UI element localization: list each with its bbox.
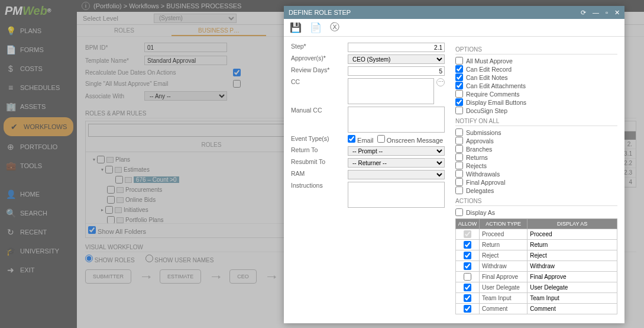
- action-type: Proceed: [480, 229, 528, 240]
- option-label: Can Edit Attachments: [466, 82, 526, 89]
- manual-cc-textarea[interactable]: [348, 107, 445, 133]
- action-row: Comment: [456, 304, 617, 314]
- option-label: Display Email Buttons: [466, 99, 526, 106]
- allow-checkbox[interactable]: [464, 284, 471, 291]
- allow-checkbox[interactable]: [464, 294, 471, 302]
- display-as-label: Display As: [466, 209, 495, 216]
- notify-checkbox[interactable]: [455, 162, 463, 169]
- option-checkbox[interactable]: [455, 107, 463, 114]
- event-type-label: Event Type(s): [291, 135, 348, 142]
- modal-title: DEFINE ROLE STEP: [289, 9, 351, 16]
- notify-label: Delegates: [466, 187, 494, 194]
- notify-header: NOTIFY ON ALL: [455, 118, 617, 126]
- modal-toolbar: 💾 📄 ⓧ: [284, 19, 624, 37]
- modal-header: DEFINE ROLE STEP ⟳ — ▫ ✕: [284, 6, 624, 19]
- action-row: Withdraw: [456, 261, 617, 272]
- cc-textarea[interactable]: [348, 78, 434, 104]
- th-allow: ALLOW: [456, 219, 480, 229]
- cancel-icon[interactable]: ⓧ: [330, 21, 339, 34]
- notify-label: Branches: [466, 146, 492, 153]
- return-to-select[interactable]: -- Prompt --: [348, 146, 445, 156]
- resubmit-to-label: Resubmit To: [291, 158, 348, 165]
- notify-checkbox[interactable]: [455, 170, 463, 178]
- display-as-checkbox[interactable]: [455, 208, 463, 216]
- maximize-icon[interactable]: ▫: [606, 9, 608, 16]
- manual-cc-label: Manual CC: [291, 107, 348, 114]
- option-checkbox[interactable]: [455, 65, 463, 73]
- options-header: OPTIONS: [455, 46, 617, 54]
- action-type: Reject: [480, 250, 528, 261]
- notify-checkbox[interactable]: [455, 153, 463, 161]
- modal-left-column: Step* Approver(s)*CEO (System) Review Da…: [291, 43, 445, 317]
- option-checkbox[interactable]: [455, 82, 463, 89]
- display-as-input[interactable]: [530, 242, 614, 248]
- action-type: Withdraw: [480, 261, 528, 272]
- modal-right-column: OPTIONS All Must ApproveCan Edit RecordC…: [455, 43, 617, 317]
- option-checkbox[interactable]: [455, 57, 463, 65]
- allow-checkbox[interactable]: [464, 230, 471, 238]
- action-row: Reject: [456, 250, 617, 261]
- action-type: User Delegate: [480, 282, 528, 293]
- display-as-input[interactable]: [530, 252, 614, 259]
- option-label: All Must Approve: [466, 57, 513, 65]
- actions-header: ACTIONS: [455, 198, 617, 206]
- display-as-input[interactable]: [530, 295, 614, 301]
- notify-label: Final Approval: [466, 179, 506, 186]
- display-as-input[interactable]: [530, 231, 614, 237]
- ram-select[interactable]: [348, 170, 445, 179]
- notify-checkbox[interactable]: [455, 137, 463, 144]
- action-type: Team Input: [480, 293, 528, 304]
- cc-more-icon[interactable]: ⋯: [436, 78, 445, 86]
- action-row: Proceed: [456, 229, 617, 240]
- notify-label: Submissions: [466, 129, 501, 136]
- approver-select[interactable]: CEO (System): [348, 54, 445, 64]
- onscreen-checkbox[interactable]: [377, 135, 385, 143]
- review-days-input[interactable]: [348, 66, 445, 76]
- refresh-icon[interactable]: ⟳: [581, 9, 586, 16]
- allow-checkbox[interactable]: [464, 273, 471, 281]
- option-label: Require Comments: [466, 91, 519, 98]
- allow-checkbox[interactable]: [464, 241, 471, 249]
- email-checkbox[interactable]: [348, 135, 355, 143]
- option-checkbox[interactable]: [455, 73, 463, 81]
- display-as-input[interactable]: [530, 263, 614, 269]
- action-row: Final Approve: [456, 272, 617, 282]
- action-row: Return: [456, 240, 617, 250]
- step-input[interactable]: [348, 43, 445, 52]
- close-icon[interactable]: ✕: [614, 9, 620, 16]
- define-role-step-modal: DEFINE ROLE STEP ⟳ — ▫ ✕ 💾 📄 ⓧ Step* App…: [284, 6, 624, 323]
- instructions-textarea[interactable]: [348, 182, 445, 208]
- allow-checkbox[interactable]: [464, 305, 471, 313]
- action-type: Return: [480, 240, 528, 250]
- option-label: Can Edit Record: [466, 66, 512, 73]
- save-exit-icon[interactable]: 📄: [310, 22, 322, 33]
- instructions-label: Instructions: [291, 182, 348, 189]
- notify-label: Withdrawals: [466, 171, 500, 178]
- notify-checkbox[interactable]: [455, 178, 463, 186]
- option-label: Can Edit Notes: [466, 74, 508, 81]
- notify-label: Rejects: [466, 162, 487, 169]
- option-checkbox[interactable]: [455, 90, 463, 98]
- save-icon[interactable]: 💾: [290, 22, 302, 33]
- resubmit-to-select[interactable]: -- Returner --: [348, 158, 445, 168]
- th-action-type: ACTION TYPE: [480, 219, 528, 229]
- notify-checkbox[interactable]: [455, 186, 463, 194]
- action-type: Comment: [480, 304, 528, 314]
- allow-checkbox[interactable]: [464, 252, 471, 259]
- allow-checkbox[interactable]: [464, 262, 471, 270]
- approver-label: Approver(s)*: [291, 54, 348, 62]
- action-type: Final Approve: [480, 272, 528, 282]
- ram-label: RAM: [291, 170, 348, 177]
- display-as-input[interactable]: [530, 274, 614, 280]
- th-display-as: DISPLAY AS: [528, 219, 617, 229]
- option-label: DocuSign Step: [466, 107, 507, 114]
- actions-table: ALLOW ACTION TYPE DISPLAY AS ProceedRetu…: [455, 218, 617, 314]
- display-as-input[interactable]: [530, 306, 614, 312]
- return-to-label: Return To: [291, 146, 348, 153]
- notify-label: Approvals: [466, 137, 494, 144]
- notify-checkbox[interactable]: [455, 145, 463, 153]
- option-checkbox[interactable]: [455, 98, 463, 106]
- minimize-icon[interactable]: —: [593, 9, 599, 16]
- display-as-input[interactable]: [530, 284, 614, 291]
- notify-checkbox[interactable]: [455, 128, 463, 136]
